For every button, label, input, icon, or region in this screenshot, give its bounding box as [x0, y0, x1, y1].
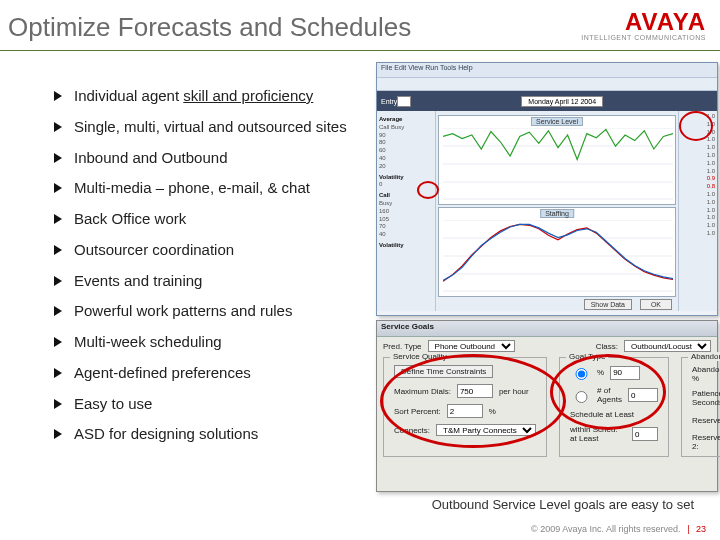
- staffing-chart: Staffing: [438, 207, 676, 297]
- entry-label: Entry: [381, 98, 397, 105]
- list-item: Easy to use: [54, 395, 404, 414]
- list-item: ASD for designing solutions: [54, 425, 404, 444]
- service-goals-dialog: Service Goals Pred. Type Phone Outbound …: [376, 320, 718, 492]
- weight-value: 1.0: [681, 214, 715, 222]
- weight-value: 0.8: [681, 183, 715, 191]
- sched-least-label: Schedule at Least: [570, 410, 634, 419]
- side-value: 90: [379, 132, 386, 138]
- max-dials-input[interactable]: [457, 384, 493, 398]
- class-label: Class:: [596, 342, 618, 351]
- sched-within-label: within Sched. at Least: [570, 425, 626, 443]
- dialog-title: Service Goals: [377, 321, 717, 337]
- menubar[interactable]: File Edit View Run Tools Help: [377, 63, 717, 78]
- weight-value: 1.0: [681, 168, 715, 176]
- list-item: Events and training: [54, 272, 404, 291]
- feature-bullet-list: Individual agent skill and proficiency S…: [14, 87, 404, 456]
- max-dials-label: Maximum Dials:: [394, 387, 451, 396]
- group-label: Service Quality: [390, 352, 450, 361]
- side-value: 40: [379, 231, 386, 237]
- service-level-chart: Service Level: [438, 115, 676, 205]
- goal-percent-input[interactable]: [610, 366, 640, 380]
- group-label: Goal Type: [566, 352, 608, 361]
- list-item: Multi-week scheduling: [54, 333, 404, 352]
- context-bar: Entry Monday April 12 2004: [377, 91, 717, 111]
- entry-dropdown[interactable]: [397, 96, 411, 107]
- brand-logo: AVAYA INTELLIGENT COMMUNICATIONS: [581, 8, 706, 41]
- connects-label: Connects:: [394, 426, 430, 435]
- unit-label: %: [489, 407, 496, 416]
- chart-area: Service Level Staffing: [436, 111, 678, 311]
- goal-agents-input[interactable]: [628, 388, 658, 402]
- list-item: Individual agent skill and proficiency: [54, 87, 404, 106]
- sort-percent-label: Sort Percent:: [394, 407, 441, 416]
- separator-icon: |: [687, 524, 689, 534]
- weight-value: 1.0: [681, 191, 715, 199]
- weight-value: 1.0: [681, 230, 715, 238]
- side-value: 160: [379, 208, 389, 214]
- list-item: Outsourcer coordination: [54, 241, 404, 260]
- forecast-app-window: File Edit View Run Tools Help Entry Mond…: [376, 62, 718, 316]
- define-time-button[interactable]: Define Time Constraints: [394, 365, 493, 378]
- title-divider: [0, 50, 720, 51]
- side-heading: Volatility: [379, 242, 433, 250]
- connects-select[interactable]: T&M Party Connects: [436, 424, 536, 436]
- weight-value: 1.0: [681, 144, 715, 152]
- slide-title: Optimize Forecasts and Schedules: [8, 12, 411, 43]
- list-item: Inbound and Outbound: [54, 149, 404, 168]
- sched-least-input[interactable]: [632, 427, 658, 441]
- weights-sidebar: 1.0 1.0 1.0 1.0 1.0 1.0 1.0 1.0 0.9 0.8 …: [678, 111, 717, 311]
- reserve2-label: Reserve 2:: [692, 433, 720, 451]
- goal-percent-radio[interactable]: [575, 368, 588, 380]
- side-value: 60: [379, 147, 386, 153]
- unit-label: per hour: [499, 387, 529, 396]
- show-data-button[interactable]: Show Data: [584, 299, 632, 310]
- side-value: 70: [379, 223, 386, 229]
- line-chart-svg: [443, 220, 673, 292]
- logo-wordmark: AVAYA: [581, 8, 706, 36]
- side-value: Call: [379, 124, 389, 130]
- side-value: 20: [379, 163, 386, 169]
- side-value: Busy: [391, 124, 404, 130]
- ok-button[interactable]: OK: [640, 299, 672, 310]
- goal-percent-label: %: [597, 368, 604, 377]
- highlight-circle-icon: [679, 111, 713, 141]
- page-number: 23: [696, 524, 706, 534]
- goal-agents-radio[interactable]: [575, 391, 588, 403]
- group-label: Abandonment: [688, 352, 720, 361]
- side-value: 40: [379, 155, 386, 161]
- list-item: Single, multi, virtual and outsourced si…: [54, 118, 404, 137]
- copyright-text: © 2009 Avaya Inc. All rights reserved.: [531, 524, 681, 534]
- reserve-label: Reserve:: [692, 416, 720, 425]
- logo-tagline: INTELLIGENT COMMUNICATIONS: [581, 34, 706, 41]
- goal-agents-label: # of Agents: [597, 386, 622, 404]
- pred-type-select[interactable]: Phone Outbound: [428, 340, 515, 352]
- weight-value: 1.0: [681, 152, 715, 160]
- logo-text: AVAYA: [625, 8, 706, 35]
- bullet-text: Individual agent skill and proficiency: [74, 87, 313, 104]
- side-value: 105: [379, 216, 389, 222]
- line-chart-svg: [443, 128, 673, 200]
- list-item: Powerful work patterns and rules: [54, 302, 404, 321]
- class-select[interactable]: Outbound/Locust: [624, 340, 711, 352]
- list-item: Multi-media – phone, e-mail, & chat: [54, 179, 404, 198]
- sort-percent-input[interactable]: [447, 404, 483, 418]
- side-heading: Average: [379, 116, 433, 124]
- toolbar[interactable]: [377, 78, 717, 91]
- date-field[interactable]: Monday April 12 2004: [521, 96, 603, 107]
- slide-caption: Outbound Service Level goals are easy to…: [432, 497, 694, 512]
- highlight-circle-icon: [417, 181, 439, 199]
- chart-title: Staffing: [540, 209, 574, 218]
- weight-value: 1.0: [681, 199, 715, 207]
- pred-type-label: Pred. Type: [383, 342, 422, 351]
- side-value: 80: [379, 139, 386, 145]
- list-item: Back Office work: [54, 210, 404, 229]
- patience-label: Patience Seconds: [692, 389, 720, 407]
- side-value: Busy: [379, 200, 392, 206]
- emphasis: skill and proficiency: [183, 87, 313, 104]
- abandon-pct-label: Abandon %: [692, 365, 720, 383]
- weight-value: 1.0: [681, 222, 715, 230]
- stats-sidebar: Average Call Busy 90 80 60 40 20 Volatil…: [377, 111, 436, 311]
- weight-value: 1.0: [681, 207, 715, 215]
- chart-title: Service Level: [531, 117, 583, 126]
- weight-value: 0.9: [681, 175, 715, 183]
